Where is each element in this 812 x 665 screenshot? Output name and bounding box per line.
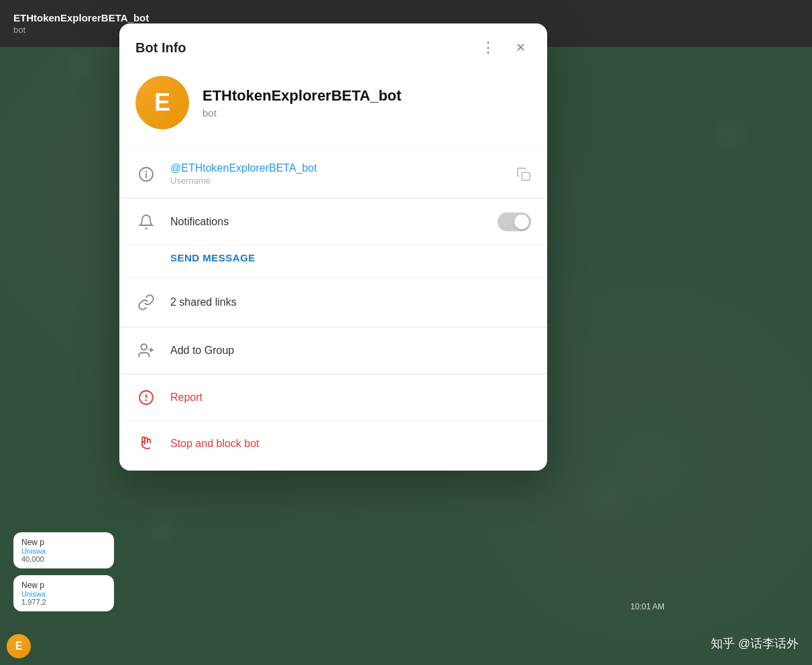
username-link[interactable]: @ETHtokenExplorerBETA_bot	[170, 162, 503, 174]
shared-links-text: 2 shared links	[170, 296, 237, 308]
shared-links-row[interactable]: 2 shared links	[119, 278, 547, 327]
send-message-section: SEND MESSAGE	[119, 245, 547, 278]
link-icon	[135, 292, 157, 313]
notifications-toggle[interactable]	[498, 213, 531, 231]
chat-avatar: E	[7, 634, 31, 658]
bubble2-amount: 1,977,2	[21, 598, 106, 606]
username-content: @ETHtokenExplorerBETA_bot Username	[170, 162, 503, 186]
info-icon	[135, 164, 157, 185]
bell-icon	[135, 211, 157, 233]
window-title: ETHtokenExplorerBETA_bot	[13, 12, 149, 23]
profile-info: ETHtokenExplorerBETA_bot bot	[202, 87, 402, 119]
watermark: 知乎 @话李话外	[711, 636, 799, 652]
send-message-button[interactable]: SEND MESSAGE	[170, 252, 255, 263]
bot-info-modal: Bot Info ⋮ ✕ E ETHtokenExplorerBETA_bot …	[119, 23, 547, 471]
profile-type: bot	[202, 107, 402, 119]
stop-block-label: Stop and block bot	[170, 438, 259, 450]
copy-action[interactable]	[516, 167, 531, 182]
svg-rect-3	[522, 172, 530, 180]
add-to-group-label: Add to Group	[170, 345, 234, 357]
username-row: @ETHtokenExplorerBETA_bot Username	[119, 150, 547, 198]
bubble1-link[interactable]: Uniswa	[21, 547, 106, 555]
bubble2-link[interactable]: Uniswa	[21, 590, 106, 598]
stop-block-row[interactable]: Stop and block bot	[119, 420, 547, 471]
modal-header-actions: ⋮ ✕	[477, 37, 531, 58]
add-group-icon	[135, 340, 157, 361]
profile-avatar: E	[135, 76, 189, 129]
toggle-action[interactable]	[498, 213, 531, 231]
more-options-button[interactable]: ⋮	[477, 37, 499, 58]
close-icon: ✕	[516, 40, 526, 55]
more-icon: ⋮	[481, 39, 496, 56]
avatar-letter: E	[154, 88, 170, 117]
bubble1-title: New p	[21, 538, 106, 547]
profile-name: ETHtokenExplorerBETA_bot	[202, 87, 402, 105]
notifications-content: Notifications	[170, 216, 484, 228]
modal-title: Bot Info	[135, 40, 186, 56]
chat-timestamp: 10:01 AM	[630, 602, 664, 611]
report-label: Report	[170, 391, 202, 404]
close-button[interactable]: ✕	[510, 37, 531, 58]
bubble2-title: New p	[21, 581, 106, 590]
chat-area: New p Uniswa 40,000 New p Uniswa 1,977,2	[7, 526, 121, 625]
report-row[interactable]: Report	[119, 374, 547, 420]
username-label: Username	[170, 176, 503, 186]
add-to-group-row[interactable]: Add to Group	[119, 328, 547, 374]
bubble1-amount: 40,000	[21, 555, 106, 563]
report-icon	[135, 387, 157, 408]
notifications-label: Notifications	[170, 216, 484, 228]
notifications-row: Notifications	[119, 198, 547, 245]
modal-header: Bot Info ⋮ ✕	[119, 23, 547, 69]
svg-point-4	[141, 344, 147, 350]
profile-section: E ETHtokenExplorerBETA_bot bot	[119, 69, 547, 149]
chat-bubble-1: New p Uniswa 40,000	[13, 532, 114, 568]
stop-icon	[135, 433, 157, 455]
chat-bubble-2: New p Uniswa 1,977,2	[13, 575, 114, 611]
